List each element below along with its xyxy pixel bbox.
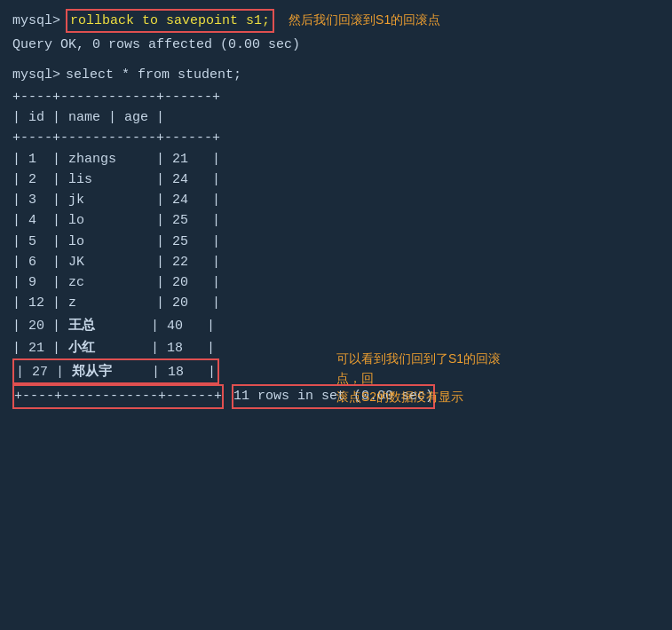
- query-ok: Query OK, 0 rows affected (0.00 sec): [12, 37, 300, 52]
- prompt-1: mysql>: [12, 11, 60, 31]
- table-row: | 9 | zc | 20 |: [12, 272, 660, 293]
- command-2: select * from student;: [66, 65, 241, 85]
- terminal: mysql> rollback to savepoint s1; 然后我们回滚到…: [0, 0, 672, 418]
- annotation-2: 可以看到我们回到了S1的回滚点，回 滚点S2的数据没有显示: [336, 350, 505, 407]
- table-border-bottom: +----+------------+------+: [12, 384, 224, 408]
- table-row: | 12 | z | 20 |: [12, 293, 660, 313]
- table-row: | 1 | zhangs | 21 |: [12, 149, 660, 169]
- table-row: | 2 | lis | 24 |: [12, 169, 660, 190]
- table-row: | 4 | lo | 25 |: [12, 210, 660, 231]
- table-rows: | 1 | zhangs | 21 | | 2 | lis | 24 | | 3…: [12, 149, 660, 385]
- command-1: rollback to savepoint s1;: [66, 9, 274, 33]
- table-border-mid: +----+------------+------+: [12, 128, 660, 148]
- table-row: | 6 | JK | 22 |: [12, 252, 660, 272]
- table-header: | id | name | age |: [12, 107, 660, 128]
- prompt-2: mysql>: [12, 65, 60, 85]
- table-row-highlighted: | 27 | 郑从宇 | 18 |: [12, 358, 219, 384]
- table-border-top: +----+------------+------+: [12, 87, 660, 107]
- annotation-1: 然后我们回滚到S1的回滚点: [289, 11, 440, 30]
- table-row: | 3 | jk | 24 |: [12, 190, 660, 210]
- table-row: | 5 | lo | 25 |: [12, 232, 660, 252]
- table-row: | 20 | 王总 | 40 |: [12, 314, 660, 336]
